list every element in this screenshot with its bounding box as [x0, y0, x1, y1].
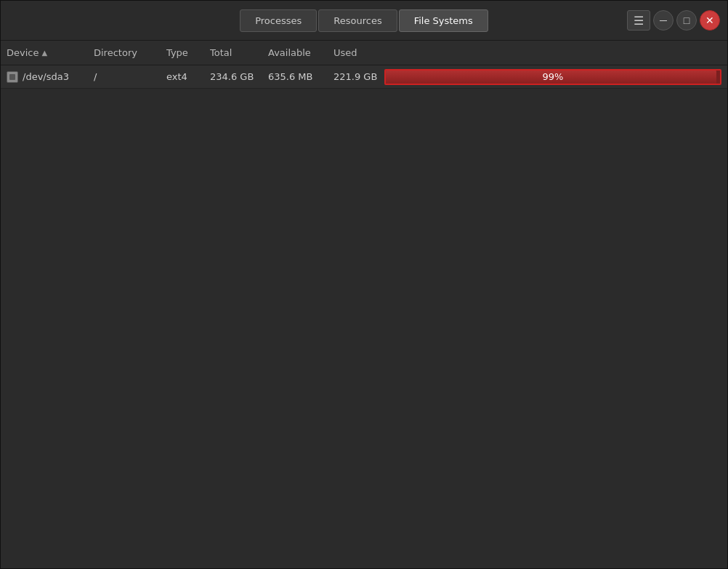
col-header-used[interactable]: Used [333, 47, 384, 58]
main-window: Processes Resources File Systems ☰ ─ □ ✕… [0, 0, 728, 569]
cell-directory: / [94, 71, 166, 82]
usage-bar-text: 99% [386, 71, 720, 82]
cell-device: /dev/sda3 [7, 71, 94, 83]
cell-usage: 99% [384, 69, 721, 85]
table-header: Device ▲ Directory Type Total Available … [1, 41, 727, 65]
col-header-total[interactable]: Total [210, 47, 268, 58]
maximize-button[interactable]: □ [676, 10, 697, 31]
close-button[interactable]: ✕ [700, 10, 720, 31]
col-header-type[interactable]: Type [166, 47, 210, 58]
menu-button[interactable]: ☰ [627, 10, 650, 31]
minimize-button[interactable]: ─ [653, 10, 674, 31]
col-header-device[interactable]: Device ▲ [7, 47, 94, 58]
disk-icon-inner [9, 74, 15, 80]
sort-arrow-device: ▲ [41, 49, 47, 57]
col-header-available[interactable]: Available [268, 47, 333, 58]
table-body: /dev/sda3 / ext4 234.6 GB 635.6 MB 221.9… [1, 65, 727, 89]
titlebar: Processes Resources File Systems ☰ ─ □ ✕ [1, 1, 727, 41]
usage-bar-container: 99% [384, 69, 721, 85]
window-controls: ☰ ─ □ ✕ [627, 10, 720, 31]
tab-processes[interactable]: Processes [240, 9, 317, 32]
col-header-directory[interactable]: Directory [94, 47, 166, 58]
empty-area [1, 89, 727, 568]
tab-filesystems[interactable]: File Systems [399, 9, 488, 32]
cell-total: 234.6 GB [210, 71, 268, 82]
tab-resources[interactable]: Resources [318, 9, 397, 32]
cell-available: 635.6 MB [268, 71, 333, 82]
disk-icon [7, 71, 18, 83]
table-row[interactable]: /dev/sda3 / ext4 234.6 GB 635.6 MB 221.9… [1, 65, 727, 89]
cell-used: 221.9 GB [333, 71, 384, 82]
tab-group: Processes Resources File Systems [240, 9, 488, 32]
cell-type: ext4 [166, 71, 210, 82]
